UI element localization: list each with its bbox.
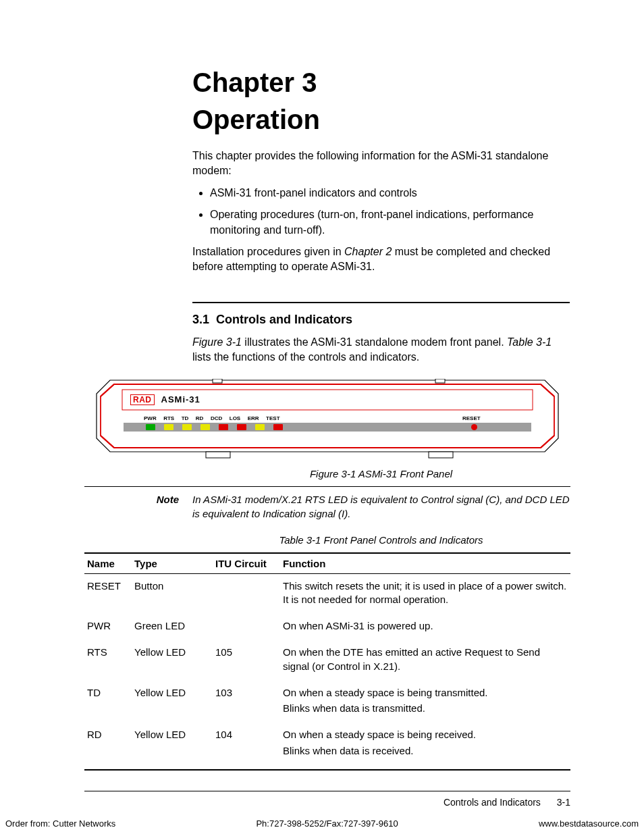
bullet-list: ASMi-31 front-panel indicators and contr… — [210, 186, 570, 238]
list-item: ASMi-31 front-panel indicators and contr… — [210, 186, 570, 201]
cell-itu: 105 — [213, 640, 280, 681]
list-item: Operating procedures (turn-on, front-pan… — [210, 207, 570, 238]
function-line: Blinks when data is received. — [283, 744, 568, 758]
th-itu: ITU Circuit — [213, 553, 280, 574]
footer-section: Controls and Indicators — [444, 797, 541, 808]
cell-itu — [213, 614, 280, 640]
cell-name: TD — [84, 681, 132, 723]
bottom-left: Order from: Cutter Networks — [5, 818, 115, 829]
svg-rect-0 — [213, 379, 222, 383]
controls-table: Name Type ITU Circuit Function RESETButt… — [84, 552, 570, 771]
section-divider — [192, 302, 570, 303]
footer-page: 3-1 — [557, 797, 570, 808]
note-block: Note In ASMi-31 modem/X.21 RTS LED is eq… — [84, 486, 570, 521]
led-red — [219, 424, 228, 430]
svg-rect-2 — [206, 452, 230, 458]
front-panel-figure: RAD ASMi-31 PWRRTSTDRDDCDLOSERRTEST RESE… — [84, 379, 570, 460]
table-row: RESETButtonThis switch resets the unit; … — [84, 573, 570, 614]
function-line: This switch resets the unit; it is used … — [283, 579, 568, 607]
model-label: ASMi-31 — [161, 394, 200, 405]
led-label: DCD — [211, 415, 222, 421]
cell-name: RD — [84, 723, 132, 770]
section-number: 3.1 — [192, 313, 209, 326]
led-green — [146, 424, 155, 430]
section-title: Controls and Indicators — [216, 313, 352, 326]
table-row: RTSYellow LED105On when the DTE has emit… — [84, 640, 570, 681]
cell-type: Green LED — [132, 614, 213, 640]
footer-divider — [84, 791, 570, 791]
reset-label: RESET — [462, 415, 481, 421]
bottom-right: www.bestdatasource.com — [539, 818, 639, 829]
table-row: RDYellow LED104On when a steady space is… — [84, 723, 570, 770]
cell-name: PWR — [84, 614, 132, 640]
section-heading: 3.1 Controls and Indicators — [192, 313, 570, 327]
figure-ref: Figure 3-1 — [192, 336, 242, 348]
reset-button-icon — [471, 424, 477, 430]
chapter-ref: Chapter 2 — [344, 246, 392, 257]
led-yellow — [164, 424, 173, 430]
function-line: On when ASMi-31 is powered up. — [283, 619, 568, 633]
table-caption: Table 3-1 Front Panel Controls and Indic… — [192, 534, 570, 546]
function-line: On when a steady space is being transmit… — [283, 686, 568, 700]
cell-type: Yellow LED — [132, 681, 213, 723]
bottom-bar: Order from: Cutter Networks Ph:727-398-5… — [0, 818, 644, 829]
cell-function: On when a steady space is being transmit… — [280, 681, 570, 723]
cell-function: On when a steady space is being received… — [280, 723, 570, 770]
bottom-center: Ph:727-398-5252/Fax:727-397-9610 — [256, 818, 398, 829]
text: illustrates the ASMi-31 standalone modem… — [242, 336, 507, 348]
led-label: LOS — [230, 415, 240, 421]
page-footer: Controls and Indicators 3-1 — [84, 797, 570, 808]
table-row: PWRGreen LEDOn when ASMi-31 is powered u… — [84, 614, 570, 640]
brand-logo: RAD — [130, 394, 155, 405]
cell-function: This switch resets the unit; it is used … — [280, 573, 570, 614]
cell-function: On when the DTE has emitted an active Re… — [280, 640, 570, 681]
cell-name: RTS — [84, 640, 132, 681]
svg-rect-1 — [435, 379, 445, 383]
cell-type: Button — [132, 573, 213, 614]
function-line: On when a steady space is being received… — [283, 728, 568, 741]
cell-itu — [213, 573, 280, 614]
led-red — [237, 424, 246, 430]
led-yellow — [255, 424, 265, 430]
led-strip — [124, 423, 531, 432]
led-label: TD — [182, 415, 189, 421]
text: Installation procedures given in — [192, 246, 344, 257]
led-red — [273, 424, 283, 430]
cell-itu: 103 — [213, 681, 280, 723]
chapter-title: Operation — [192, 105, 570, 135]
led-yellow — [200, 424, 210, 430]
table-ref: Table 3-1 — [507, 336, 552, 348]
cell-type: Yellow LED — [132, 640, 213, 681]
figure-caption: Figure 3-1 ASMi-31 Front Panel — [192, 468, 570, 479]
cell-name: RESET — [84, 573, 132, 614]
led-label: RTS — [163, 415, 174, 421]
section-para: Figure 3-1 illustrates the ASMi-31 stand… — [192, 335, 570, 365]
intro-para: This chapter provides the following info… — [192, 149, 570, 179]
table-row: TDYellow LED103On when a steady space is… — [84, 681, 570, 723]
cell-type: Yellow LED — [132, 723, 213, 770]
svg-rect-3 — [429, 452, 453, 458]
led-label: RD — [196, 415, 204, 421]
note-text: In ASMi-31 modem/X.21 RTS LED is equival… — [192, 492, 570, 521]
th-type: Type — [132, 553, 213, 574]
led-labels-row: PWRRTSTDRDDCDLOSERRTEST — [144, 415, 280, 421]
text: lists the functions of the controls and … — [192, 351, 419, 363]
led-label: PWR — [144, 415, 157, 421]
function-line: On when the DTE has emitted an active Re… — [283, 646, 568, 673]
note-label: Note — [84, 492, 192, 521]
post-bullets-para: Installation procedures given in Chapter… — [192, 244, 570, 275]
led-label: TEST — [266, 415, 279, 421]
cell-function: On when ASMi-31 is powered up. — [280, 614, 570, 640]
cell-itu: 104 — [213, 723, 280, 770]
function-line: Blinks when data is transmitted. — [283, 702, 568, 715]
led-label: ERR — [248, 415, 259, 421]
led-yellow — [182, 424, 192, 430]
th-function: Function — [280, 553, 570, 574]
chapter-number: Chapter 3 — [192, 68, 570, 98]
th-name: Name — [84, 553, 132, 574]
